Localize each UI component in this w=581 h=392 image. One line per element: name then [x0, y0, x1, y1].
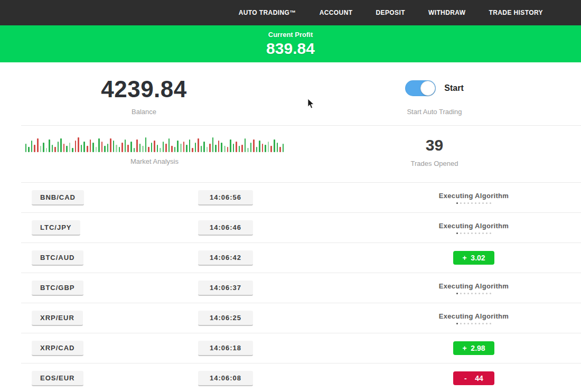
time-chip: 14:06:46 [198, 220, 253, 236]
trade-row: EOS/EUR 14:06:08 - 44 [21, 363, 581, 392]
auto-trading-block: Start Start Auto Trading [288, 76, 581, 125]
time-chip: 14:06:37 [198, 281, 253, 296]
balance-section: 4239.84 Balance Start Start Auto Trading [0, 62, 581, 125]
auto-trading-toggle[interactable] [405, 80, 436, 96]
result-badge: + 3.02 [453, 251, 494, 265]
market-analysis-chart [21, 135, 288, 152]
result-badge: - 44 [453, 371, 494, 385]
market-analysis-block: Market Analysis [21, 135, 288, 182]
trades-opened-block: 39 Trades Opened [288, 135, 581, 182]
progress-dots [439, 323, 509, 324]
nav-item-account[interactable]: ACCOUNT [320, 9, 353, 16]
pair-chip: BTC/AUD [32, 250, 83, 266]
pair-chip: BTC/GBP [32, 281, 83, 296]
trade-row: XRP/CAD 14:06:18 + 2.98 [21, 333, 581, 363]
pair-chip: XRP/EUR [32, 311, 83, 326]
toggle-label: Start [444, 83, 463, 93]
current-profit-value: 839.84 [0, 40, 581, 58]
toggle-sublabel: Start Auto Trading [288, 108, 581, 116]
market-analysis-label: Market Analysis [21, 157, 288, 165]
toggle-knob [420, 81, 435, 96]
time-chip: 14:06:56 [198, 190, 253, 206]
nav-item-deposit[interactable]: DEPOSIT [376, 9, 405, 16]
auto-trading-page: AUTO TRADING™ ACCOUNT DEPOSIT WITHDRAW T… [0, 0, 581, 392]
progress-dots [439, 202, 509, 204]
current-profit-banner: Current Profit 839.84 [0, 25, 581, 62]
trade-list: BNB/CAD 14:06:56 Executing Algorithm LTC… [21, 182, 581, 392]
trade-row: BTC/AUD 14:06:42 + 3.02 [21, 242, 581, 273]
result-badge: + 2.98 [453, 341, 494, 355]
trades-opened-label: Trades Opened [288, 160, 581, 167]
executing-status: Executing Algorithm [439, 222, 509, 234]
nav-item-auto-trading[interactable]: AUTO TRADING™ [239, 9, 296, 16]
time-chip: 14:06:18 [198, 341, 253, 356]
executing-status: Executing Algorithm [439, 192, 509, 204]
top-nav: AUTO TRADING™ ACCOUNT DEPOSIT WITHDRAW T… [0, 0, 581, 25]
pair-chip: XRP/CAD [32, 341, 83, 356]
trades-opened-value: 39 [288, 136, 581, 154]
balance-block: 4239.84 Balance [0, 76, 288, 125]
pair-chip: LTC/JPY [32, 220, 80, 236]
nav-item-withdraw[interactable]: WITHDRAW [428, 9, 466, 16]
executing-label: Executing Algorithm [439, 312, 509, 320]
market-section: Market Analysis 39 Trades Opened [21, 125, 581, 182]
trade-row: BTC/GBP 14:06:37 Executing Algorithm [21, 273, 581, 303]
time-chip: 14:06:42 [198, 250, 253, 266]
executing-label: Executing Algorithm [439, 222, 509, 230]
balance-value: 4239.84 [0, 76, 288, 102]
executing-label: Executing Algorithm [439, 282, 509, 290]
executing-status: Executing Algorithm [439, 282, 509, 294]
progress-dots [439, 293, 509, 294]
pair-chip: BNB/CAD [32, 190, 84, 206]
progress-dots [439, 232, 509, 234]
time-chip: 14:06:25 [198, 311, 253, 326]
trade-row: BNB/CAD 14:06:56 Executing Algorithm [21, 182, 581, 212]
nav-item-trade-history[interactable]: TRADE HISTORY [489, 9, 543, 16]
trade-row: LTC/JPY 14:06:46 Executing Algorithm [21, 212, 581, 242]
balance-label: Balance [0, 108, 288, 116]
current-profit-label: Current Profit [0, 31, 581, 39]
trade-row: XRP/EUR 14:06:25 Executing Algorithm [21, 303, 581, 333]
pair-chip: EOS/EUR [32, 371, 83, 386]
executing-status: Executing Algorithm [439, 312, 509, 324]
time-chip: 14:06:08 [198, 371, 253, 386]
executing-label: Executing Algorithm [439, 192, 509, 200]
